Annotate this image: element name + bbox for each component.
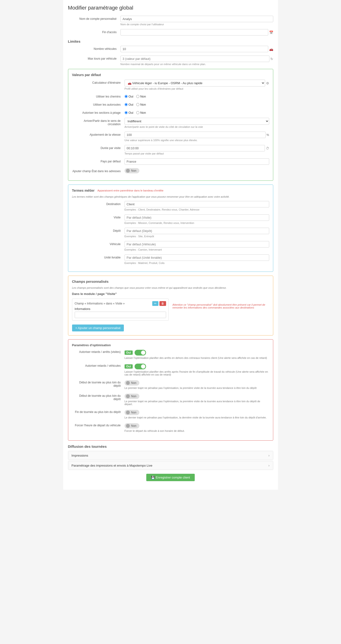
max-tours-input[interactable] — [121, 56, 269, 62]
custom-fields-left: Champ « Informations » dans « Visite » ✏… — [72, 298, 169, 332]
delays-vehicles-toggle-wrap[interactable]: Oui — [125, 364, 269, 369]
max-tours-label: Max tours par véhicule — [68, 56, 121, 60]
vehicles-label: Nombre véhicules — [68, 46, 121, 50]
force-start-toggle[interactable]: Non — [125, 423, 139, 428]
delete-field-button[interactable]: 🗑 — [159, 301, 166, 306]
access-end-label: Fin d'accès — [68, 29, 121, 34]
custom-fields-module-title: Dans le module / page "Visite" — [72, 292, 269, 296]
use-roads-non[interactable]: Non — [136, 95, 146, 98]
force-start-label: Forcer l'heure de départ du véhicule — [72, 423, 125, 427]
use-highways-non[interactable]: Non — [136, 103, 146, 106]
country-input[interactable] — [125, 158, 269, 165]
delays-vehicles-toggle[interactable] — [135, 364, 146, 369]
toggle-circle-6 — [126, 424, 130, 428]
destination-input[interactable] — [125, 201, 269, 208]
edit-field-button[interactable]: ✏ — [152, 301, 158, 306]
toggle-slider-2 — [135, 364, 146, 369]
speed-input[interactable] — [125, 132, 266, 138]
unit-label: Unité livrable — [72, 254, 125, 259]
impressions-label: Impressions — [72, 454, 88, 457]
use-highways-oui[interactable]: Oui — [125, 103, 133, 106]
account-input[interactable] — [121, 16, 273, 22]
add-custom-field-button[interactable]: Ajouter un champ personnalisé — [72, 324, 124, 332]
mapotempo-accordion-header[interactable]: Paramétrage des impressions et envois à … — [68, 461, 273, 470]
toggle-circle — [126, 169, 130, 172]
optimization-title: Paramètres d'optimisation — [72, 343, 269, 347]
delays-vehicles-label: Autoriser retards / véhicules — [72, 364, 125, 368]
custom-field-warning: Attention ce "champ personnalisé" doit a… — [173, 298, 269, 309]
duration-input[interactable] — [125, 145, 265, 152]
clock-icon[interactable]: ⏱ — [266, 146, 269, 150]
start-far1-toggle-label: Non — [131, 381, 137, 384]
mapotempo-label: Paramétrage des impressions et envois à … — [72, 464, 152, 467]
refresh-icon[interactable]: ↻ — [270, 57, 273, 61]
direction-label: Arriver/Partir dans le sens de circulati… — [72, 118, 125, 126]
save-button[interactable]: 💾 Enregistrer compte client — [146, 474, 195, 481]
custom-field-name: Informations — [75, 307, 166, 311]
toll-label: Autoriser les sections à péage — [72, 110, 125, 114]
state-toggle-label: Non — [131, 169, 137, 172]
visit-input[interactable] — [125, 214, 269, 221]
delays-visits-on-label: Oui — [125, 350, 133, 355]
start-far2-toggle-label: Non — [131, 394, 137, 398]
end-far-toggle-label: Non — [131, 411, 137, 414]
start-far1-hint: Le premier trajet ne pénalise pas l'opti… — [125, 386, 269, 389]
diffusion-title: Diffusion des tournées — [68, 444, 273, 448]
mapotempo-accordion[interactable]: Paramétrage des impressions et envois à … — [68, 461, 273, 470]
custom-fields-title: Champs personnalisés — [72, 280, 109, 284]
delays-vehicles-hint: Laisser l'optimisation planifier des arr… — [125, 370, 269, 376]
calendar-icon[interactable]: 📅 — [269, 30, 273, 34]
depot-hint: Exemples : Site, Entrepôt — [125, 235, 269, 238]
toll-oui[interactable]: Oui — [125, 111, 133, 114]
impressions-accordion[interactable]: Impressions › — [68, 451, 273, 460]
use-highways-radio-group: Oui Non — [125, 102, 269, 106]
direction-select[interactable]: Indifférent — [125, 118, 269, 125]
vehicle-term-hint: Exemples : Camion, Intervenant — [125, 248, 269, 251]
unit-hint: Exemples : Matériel, Produit, Colis — [125, 262, 269, 264]
impressions-accordion-header[interactable]: Impressions › — [68, 451, 273, 460]
calculator-select[interactable]: 🚗 Véhicule léger - iu Europe - OSRM - Au… — [125, 80, 265, 86]
custom-field-value-input[interactable] — [75, 312, 166, 318]
direction-hint: Arriver/partir avec le point de visite d… — [125, 126, 269, 128]
use-roads-label: Utiliser les chemins — [72, 94, 125, 98]
duration-label: Durée par visite — [72, 145, 125, 150]
speed-hint: Une valeur supérieure à 100% signifie un… — [125, 139, 269, 142]
page-title: Modifier paramétrage global — [68, 5, 273, 11]
use-highways-label: Utiliser les autoroutes — [72, 102, 125, 106]
delays-visits-toggle[interactable] — [135, 350, 146, 356]
country-label: Pays par défaut — [72, 158, 125, 163]
start-far2-toggle[interactable]: Non — [125, 394, 139, 399]
delays-visits-toggle-wrap[interactable]: Oui — [125, 350, 269, 356]
unit-input[interactable] — [125, 254, 269, 261]
save-icon: 💾 — [151, 476, 155, 479]
visit-label: Visite — [72, 214, 125, 219]
vehicles-input[interactable] — [121, 46, 268, 52]
percent-label: % — [266, 133, 269, 136]
use-roads-oui[interactable]: Oui — [125, 95, 133, 98]
state-toggle[interactable]: Non — [125, 168, 139, 173]
access-end-input[interactable] — [121, 29, 268, 36]
destination-hint: Exemples : Client, Destinataire, Rendez-… — [125, 208, 269, 211]
terms-badge: Apparaissent entre parenthèse dans le ba… — [97, 189, 163, 192]
delays-visits-label: Autoriser retards / arrêts (visites) — [72, 350, 125, 354]
account-hint: Nom de compte choisi par l'utilisateur — [121, 23, 273, 26]
state-label: Ajouter champ État dans les adresses — [72, 168, 125, 173]
end-far-label: Fin de tournée au plus loin du dépôt — [72, 410, 125, 414]
chevron-right-icon: › — [268, 454, 270, 457]
delays-vehicles-on-label: Oui — [125, 364, 133, 368]
toggle-circle-4 — [126, 394, 130, 398]
custom-field-card: Champ « Informations » dans « Visite » ✏… — [72, 298, 169, 321]
toll-radio-group: Oui Non — [125, 110, 269, 114]
calculator-label: Calculateur d'itinéraire — [72, 80, 125, 84]
start-far2-label: Début de tournée au plus loin du dépôt — [72, 394, 125, 401]
start-far1-toggle[interactable]: Non — [125, 380, 139, 386]
end-far-toggle[interactable]: Non — [125, 410, 139, 415]
delays-visits-hint: Laisser l'optimisation planifier des arr… — [125, 356, 269, 359]
limits-title: Limites — [68, 39, 273, 44]
toll-non[interactable]: Non — [136, 111, 146, 114]
vehicle-term-input[interactable] — [125, 241, 269, 248]
calculator-gear-icon[interactable]: ⚙ — [266, 81, 269, 85]
depot-input[interactable] — [125, 228, 269, 234]
custom-fields-subtitle: Les champs personnalisés sont des champs… — [72, 286, 269, 289]
custom-field-card-title: Champ « Informations » dans « Visite » — [75, 302, 125, 305]
